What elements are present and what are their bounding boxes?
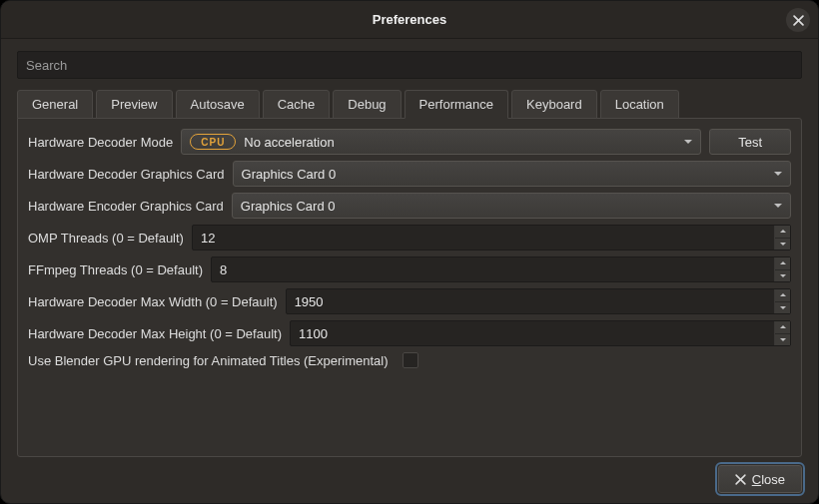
test-button[interactable]: Test: [709, 129, 791, 155]
chevron-up-icon: [780, 325, 786, 328]
chevron-down-icon: [780, 274, 786, 277]
performance-pane: Hardware Decoder Mode CPU No acceleratio…: [17, 118, 802, 457]
tab-keyboard[interactable]: Keyboard: [511, 90, 597, 119]
omp-threads-value: 12: [201, 231, 215, 246]
ffmpeg-threads-input[interactable]: 8: [211, 256, 791, 282]
tab-preview[interactable]: Preview: [96, 90, 172, 119]
label-blender-gpu: Use Blender GPU rendering for Animated T…: [28, 353, 389, 368]
dialog-footer: Close: [17, 457, 802, 493]
row-blender-gpu: Use Blender GPU rendering for Animated T…: [28, 352, 791, 368]
blender-gpu-checkbox[interactable]: [403, 352, 418, 368]
label-decoder-card: Hardware Decoder Graphics Card: [28, 167, 225, 182]
close-icon: [735, 474, 746, 485]
close-icon: [793, 15, 804, 26]
spin-down-button[interactable]: [775, 302, 790, 314]
search-input[interactable]: Search: [17, 51, 802, 79]
tab-debug[interactable]: Debug: [333, 90, 401, 119]
window-title: Preferences: [373, 12, 446, 27]
tab-general[interactable]: General: [17, 90, 93, 119]
decoder-mode-select[interactable]: CPU No acceleration: [181, 129, 701, 155]
preferences-window: Preferences Search General Preview Autos…: [0, 0, 819, 504]
window-body: Search General Preview Autosave Cache De…: [1, 39, 818, 503]
tab-bar: General Preview Autosave Cache Debug Per…: [17, 89, 802, 118]
max-height-value: 1100: [299, 326, 328, 341]
max-width-value: 1950: [295, 294, 324, 309]
chevron-up-icon: [780, 230, 786, 233]
chevron-down-icon: [774, 204, 782, 208]
chevron-up-icon: [780, 293, 786, 296]
label-omp-threads: OMP Threads (0 = Default): [28, 231, 184, 246]
decoder-card-select[interactable]: Graphics Card 0: [233, 161, 791, 187]
omp-threads-input[interactable]: 12: [192, 225, 791, 251]
label-ffmpeg-threads: FFmpeg Threads (0 = Default): [28, 262, 203, 277]
encoder-card-value: Graphics Card 0: [241, 199, 336, 214]
chevron-down-icon: [780, 243, 786, 246]
chevron-up-icon: [780, 261, 786, 264]
row-max-height: Hardware Decoder Max Height (0 = Default…: [28, 320, 791, 346]
row-encoder-card: Hardware Encoder Graphics Card Graphics …: [28, 193, 791, 219]
close-button[interactable]: Close: [718, 465, 802, 493]
label-encoder-card: Hardware Encoder Graphics Card: [28, 199, 224, 214]
decoder-card-value: Graphics Card 0: [242, 167, 337, 182]
titlebar: Preferences: [1, 1, 818, 39]
row-max-width: Hardware Decoder Max Width (0 = Default)…: [28, 288, 791, 314]
encoder-card-select[interactable]: Graphics Card 0: [232, 193, 791, 219]
close-button-label: Close: [752, 472, 785, 487]
spin-up-button[interactable]: [775, 289, 790, 302]
label-max-width: Hardware Decoder Max Width (0 = Default): [28, 294, 278, 309]
tab-location[interactable]: Location: [600, 90, 679, 119]
row-omp-threads: OMP Threads (0 = Default) 12: [28, 225, 791, 251]
spin-up-button[interactable]: [775, 257, 790, 270]
tab-performance[interactable]: Performance: [405, 90, 508, 119]
tab-autosave[interactable]: Autosave: [176, 90, 260, 119]
chevron-down-icon: [780, 306, 786, 309]
row-decoder-card: Hardware Decoder Graphics Card Graphics …: [28, 161, 791, 187]
tab-cache[interactable]: Cache: [263, 90, 331, 119]
cpu-chip-icon: CPU: [190, 134, 236, 150]
window-close-button[interactable]: [786, 8, 810, 32]
max-width-input[interactable]: 1950: [286, 288, 791, 314]
chevron-down-icon: [684, 140, 692, 144]
spin-down-button[interactable]: [775, 239, 790, 251]
label-decoder-mode: Hardware Decoder Mode: [28, 135, 173, 150]
label-max-height: Hardware Decoder Max Height (0 = Default…: [28, 326, 282, 341]
chevron-down-icon: [774, 172, 782, 176]
row-decoder-mode: Hardware Decoder Mode CPU No acceleratio…: [28, 129, 791, 155]
spin-down-button[interactable]: [775, 334, 790, 346]
ffmpeg-threads-value: 8: [220, 262, 227, 277]
row-ffmpeg-threads: FFmpeg Threads (0 = Default) 8: [28, 256, 791, 282]
spin-down-button[interactable]: [775, 270, 790, 282]
max-height-input[interactable]: 1100: [290, 320, 791, 346]
decoder-mode-value: No acceleration: [244, 135, 334, 150]
spin-up-button[interactable]: [775, 226, 790, 239]
spin-up-button[interactable]: [775, 321, 790, 334]
search-placeholder: Search: [26, 58, 67, 73]
chevron-down-icon: [780, 338, 786, 341]
